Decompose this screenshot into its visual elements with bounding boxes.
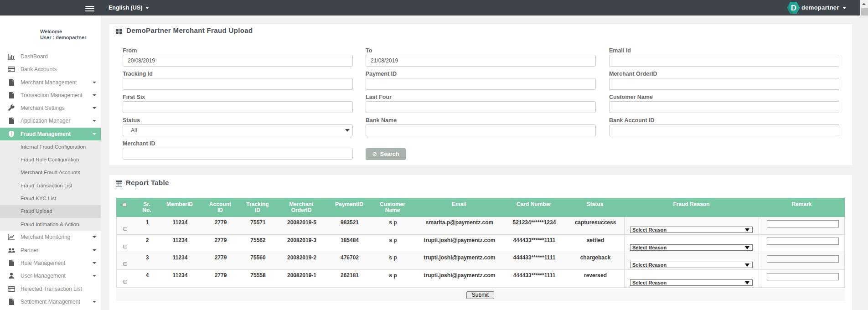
svg-text:D: D [791, 4, 796, 12]
